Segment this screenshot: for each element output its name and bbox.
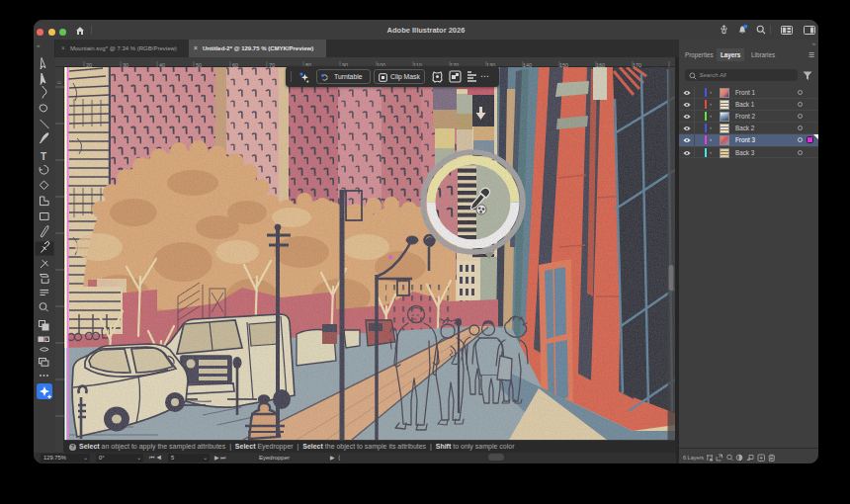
svg-text:0: 0 <box>56 81 62 84</box>
svg-text:T: T <box>41 151 46 162</box>
